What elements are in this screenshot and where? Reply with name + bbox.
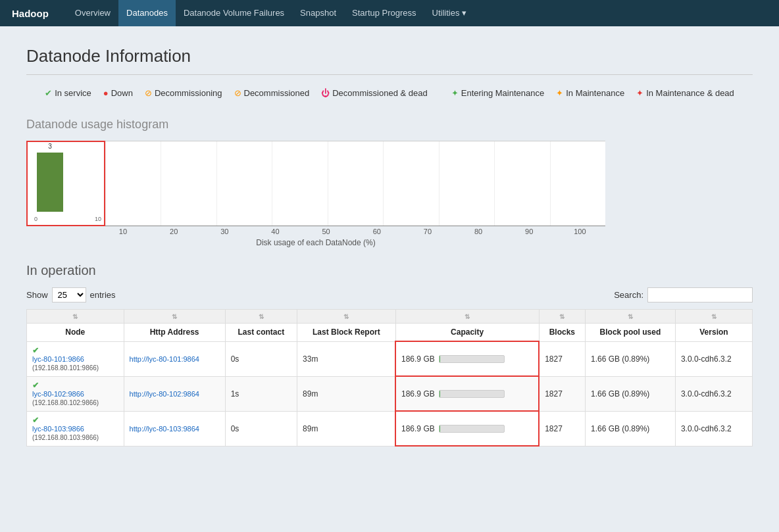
nav-overview[interactable]: Overview	[67, 0, 118, 26]
cell-http: http://lyc-80-101:9864	[124, 341, 225, 376]
col-sort-version: ⇅	[675, 310, 752, 324]
col-sort-lastcontact: ⇅	[225, 310, 297, 324]
navbar: Hadoop Overview Datanodes Datanode Volum…	[0, 0, 779, 26]
http-link[interactable]: http://lyc-80-103:9864	[130, 425, 220, 433]
node-link[interactable]: lyc-80-103:9866	[32, 425, 118, 433]
capacity-bar-fill	[440, 356, 440, 362]
section-title: In operation	[26, 263, 753, 278]
search-input[interactable]	[647, 287, 753, 302]
legend-decommissioning: ⊘ Decommissioning	[145, 88, 222, 98]
histogram-title: Datanode usage histogram	[26, 118, 753, 132]
nav-utilities-dropdown[interactable]: Utilities	[424, 0, 475, 26]
col-sort-http: ⇅	[124, 310, 225, 324]
capacity-text: 186.9 GB	[401, 389, 435, 399]
bar-value: 3	[48, 143, 52, 150]
col-header-capacity[interactable]: Capacity	[395, 324, 539, 342]
cell-node: ✔lyc-80-102:9866 (192.168.80.102:9866)	[27, 376, 124, 411]
cell-lastcontact: 1s	[225, 376, 297, 411]
cell-node: ✔lyc-80-103:9866 (192.168.80.103:9866)	[27, 411, 124, 446]
in-maintenance-dead-label: In Maintenance & dead	[646, 88, 734, 98]
nav-startup-progress[interactable]: Startup Progress	[344, 0, 424, 26]
in-maintenance-dead-icon: ✦	[636, 88, 643, 98]
cell-lastblock: 89m	[297, 376, 395, 411]
node-sub: (192.168.80.102:9866)	[32, 399, 99, 406]
down-label: Down	[111, 88, 133, 98]
cell-blocks: 1827	[539, 411, 585, 446]
col-header-blocks[interactable]: Blocks	[539, 324, 585, 342]
entries-select[interactable]: 10 25 50 100	[52, 287, 86, 302]
down-icon: ●	[103, 88, 109, 98]
legend-down: ● Down	[103, 88, 133, 98]
capacity-bar-fill	[440, 391, 440, 397]
entering-maintenance-icon: ✦	[451, 88, 459, 98]
search-control: Search:	[614, 287, 753, 302]
cell-version: 3.0.0-cdh6.3.2	[675, 341, 752, 376]
cell-blockpool: 1.66 GB (0.89%)	[585, 411, 675, 446]
capacity-bar	[439, 390, 505, 398]
table-row: ✔lyc-80-101:9866 (192.168.80.101:9866) h…	[27, 341, 753, 376]
cell-blocks: 1827	[539, 341, 585, 376]
node-status-icon: ✔	[32, 416, 39, 425]
operation-section: In operation Show 10 25 50 100 entries S…	[26, 263, 753, 447]
col-header-version[interactable]: Version	[675, 324, 752, 342]
show-entries-control: Show 10 25 50 100 entries	[26, 287, 116, 302]
capacity-bar	[439, 425, 505, 433]
in-maintenance-icon: ✦	[556, 88, 563, 98]
decommissioned-icon: ⊘	[234, 88, 241, 98]
cell-node: ✔lyc-80-101:9866 (192.168.80.101:9866)	[27, 341, 124, 376]
cell-blockpool: 1.66 GB (0.89%)	[585, 341, 675, 376]
page-title: Datanode Information	[26, 46, 753, 75]
in-maintenance-label: In Maintenance	[566, 88, 624, 98]
col-header-http[interactable]: Http Address	[124, 324, 225, 342]
in-service-label: In service	[55, 88, 91, 98]
cell-http: http://lyc-80-102:9864	[124, 376, 225, 411]
cell-version: 3.0.0-cdh6.3.2	[675, 376, 752, 411]
col-header-lastcontact[interactable]: Last contact	[225, 324, 297, 342]
node-status-icon: ✔	[32, 381, 39, 390]
legend-decommissioned: ⊘ Decommissioned	[234, 88, 310, 98]
node-link[interactable]: lyc-80-101:9866	[32, 355, 118, 363]
legend-in-maintenance-dead: ✦ In Maintenance & dead	[636, 88, 734, 98]
cell-capacity: 186.9 GB	[395, 411, 539, 446]
table-row: ✔lyc-80-103:9866 (192.168.80.103:9866) h…	[27, 411, 753, 446]
legend: ✔ In service ● Down ⊘ Decommissioning ⊘ …	[26, 88, 753, 98]
search-label: Search:	[614, 290, 643, 300]
histogram-section: Datanode usage histogram 3	[26, 118, 753, 247]
cell-lastcontact: 0s	[225, 411, 297, 446]
decommissioned-dead-icon: ⏻	[321, 88, 330, 98]
nav-datanode-volume-failures[interactable]: Datanode Volume Failures	[176, 0, 292, 26]
nav-utilities[interactable]: Utilities	[424, 8, 475, 18]
show-label: Show	[26, 290, 48, 300]
col-header-lastblock[interactable]: Last Block Report	[297, 324, 395, 342]
capacity-text: 186.9 GB	[401, 354, 435, 364]
col-sort-capacity: ⇅	[395, 310, 539, 324]
legend-in-maintenance: ✦ In Maintenance	[556, 88, 624, 98]
in-service-icon: ✔	[45, 88, 52, 98]
col-header-blockpool[interactable]: Block pool used	[585, 324, 675, 342]
col-header-node[interactable]: Node	[27, 324, 124, 342]
table-row: ✔lyc-80-102:9866 (192.168.80.102:9866) h…	[27, 376, 753, 411]
cell-lastcontact: 0s	[225, 341, 297, 376]
cell-capacity: 186.9 GB	[395, 341, 539, 376]
nav-brand: Hadoop	[7, 8, 54, 19]
cell-lastblock: 89m	[297, 411, 395, 446]
legend-decommissioned-dead: ⏻ Decommissioned & dead	[321, 88, 428, 98]
legend-in-service: ✔ In service	[45, 88, 91, 98]
http-link[interactable]: http://lyc-80-102:9864	[130, 390, 220, 398]
decommissioned-label: Decommissioned	[244, 88, 310, 98]
http-link[interactable]: http://lyc-80-101:9864	[130, 355, 220, 363]
capacity-bar	[439, 355, 505, 363]
col-sort-lastblock: ⇅	[297, 310, 395, 324]
nav-snapshot[interactable]: Snapshot	[292, 0, 344, 26]
table-controls: Show 10 25 50 100 entries Search:	[26, 287, 753, 302]
x-axis-title: Disk usage of each DataNode (%)	[26, 238, 605, 247]
decommissioned-dead-label: Decommissioned & dead	[332, 88, 428, 98]
node-sub: (192.168.80.101:9866)	[32, 364, 99, 372]
col-sort-node: ⇅	[27, 310, 124, 324]
node-link[interactable]: lyc-80-102:9866	[32, 390, 118, 398]
cell-blocks: 1827	[539, 376, 585, 411]
nav-datanodes[interactable]: Datanodes	[118, 0, 176, 26]
decommissioning-label: Decommissioning	[155, 88, 222, 98]
decommissioning-icon: ⊘	[145, 88, 152, 98]
col-sort-blocks: ⇅	[539, 310, 585, 324]
